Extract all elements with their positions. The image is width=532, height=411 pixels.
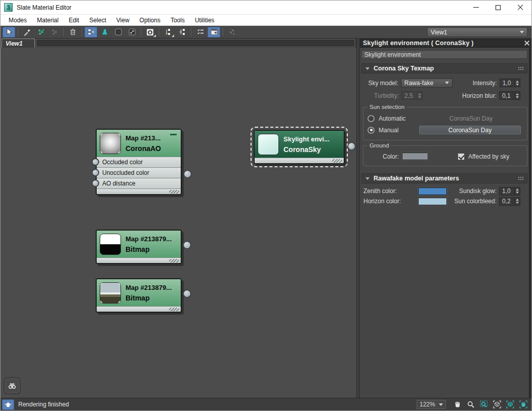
navigator-button[interactable] [4, 377, 21, 394]
manual-radio[interactable] [367, 127, 375, 134]
zoom-region-button[interactable] [478, 399, 489, 410]
output-socket[interactable] [347, 142, 356, 151]
close-button[interactable] [509, 1, 531, 14]
collapse-node-icon[interactable] [170, 134, 177, 135]
resize-grip-icon[interactable] [332, 159, 342, 163]
select-by-material-button[interactable] [226, 27, 238, 38]
spinner-arrows-icon[interactable] [514, 92, 520, 99]
minimize-button[interactable] [465, 1, 487, 14]
automatic-label: Automatic [379, 115, 419, 122]
manual-sun-value: CoronaSun Day [448, 127, 492, 134]
pan-to-selected-button[interactable] [517, 399, 529, 410]
input-socket[interactable] [92, 169, 99, 176]
rollout-grip-icon [518, 176, 523, 181]
tab-view1[interactable]: View1 [2, 39, 35, 48]
view-selector-dropdown[interactable]: View1 [427, 27, 527, 37]
node-bitmap-1[interactable]: Map #213879... Bitmap [96, 230, 182, 264]
sundisk-glow-spinner[interactable]: 1,0 [499, 187, 520, 196]
layout-all-button[interactable] [162, 27, 175, 38]
menu-options[interactable]: Options [135, 16, 166, 25]
node-thumbnail [258, 134, 279, 155]
rollout-header[interactable]: Corona Sky Texmap [361, 63, 527, 73]
resize-grip-icon[interactable] [169, 259, 179, 263]
spinner-arrows-icon[interactable] [514, 80, 520, 87]
zenith-color-swatch[interactable] [418, 188, 447, 195]
node-coronaao[interactable]: Map #213... CoronaAO Occluded color Unoc… [96, 129, 182, 195]
toolbar-separator [141, 28, 141, 36]
sky-model-label: Sky model: [362, 80, 398, 87]
put-material-button[interactable] [48, 27, 61, 38]
zoom-level-dropdown[interactable]: 122% [417, 400, 446, 409]
svg-text:O: O [148, 28, 152, 35]
layout-children-button[interactable] [176, 27, 188, 38]
maximize-icon [496, 5, 501, 10]
node-resize-strip [255, 158, 344, 163]
dark-sphere-icon [114, 28, 122, 36]
material-name-field[interactable]: Skylight environment [361, 50, 527, 59]
intensity-label: Intensity: [453, 80, 497, 87]
output-socket[interactable] [183, 170, 192, 178]
node-bitmap-2[interactable]: Map #213879... Bitmap [96, 278, 182, 313]
horizon-blur-value: 0,1 [500, 92, 514, 99]
zoom-extents-selected-icon [506, 400, 514, 408]
spinner-arrows-icon[interactable] [514, 188, 520, 195]
collapse-triangle-icon [365, 67, 370, 70]
horizon-blur-spinner[interactable]: 0,1 [499, 91, 520, 100]
node-subtitle: CoronaSky [283, 144, 330, 155]
sky-model-dropdown[interactable]: Rawa-fake [401, 79, 453, 88]
node-title: Map #213879... [126, 283, 172, 293]
panel-splitter[interactable] [356, 39, 360, 399]
parameter-editor-toggle-button[interactable] [208, 27, 220, 38]
spinner-arrows-icon[interactable] [514, 198, 520, 205]
sample-type-button[interactable]: O [144, 27, 156, 38]
output-socket[interactable] [183, 241, 191, 249]
background-checker-button[interactable] [126, 27, 138, 38]
horizon-color-swatch[interactable] [418, 198, 447, 205]
panel-close-button[interactable] [524, 41, 529, 46]
affected-by-sky-checkbox[interactable] [458, 153, 465, 160]
input-socket[interactable] [92, 179, 99, 187]
pick-material-button[interactable] [21, 27, 33, 38]
material-id-channel-button[interactable] [194, 27, 207, 38]
menu-material[interactable]: Material [32, 16, 64, 25]
zoom-tool-button[interactable] [465, 399, 476, 410]
assign-material-button[interactable] [34, 27, 47, 38]
pan-tool-button[interactable] [452, 399, 463, 410]
sundisk-glow-value: 1,0 [500, 188, 514, 195]
sun-colorbleed-spinner[interactable]: 0,2 [499, 197, 520, 206]
select-tool-button[interactable] [3, 27, 15, 38]
resize-grip-icon[interactable] [169, 190, 179, 194]
menu-utilities[interactable]: Utilities [190, 16, 220, 25]
panel-scrollbar[interactable] [529, 48, 532, 399]
rollout-header[interactable]: Rawafake model parameters [361, 173, 527, 183]
maximize-button[interactable] [487, 1, 509, 14]
menu-modes[interactable]: Modes [4, 16, 32, 25]
node-graph-canvas[interactable]: Map #213... CoronaAO Occluded color Unoc… [1, 48, 356, 399]
node-subtitle: Bitmap [126, 293, 172, 303]
trash-icon [69, 28, 77, 36]
show-background-button[interactable] [112, 27, 125, 38]
output-socket[interactable] [183, 289, 191, 298]
node-skylight[interactable]: Skylight envi... CoronaSky [254, 130, 345, 164]
render-status-button[interactable] [2, 399, 14, 410]
menu-tools[interactable]: Tools [166, 16, 190, 25]
intensity-spinner[interactable]: 1,0 [500, 79, 520, 87]
zoom-extents-selected-button[interactable] [504, 399, 516, 410]
chevron-down-icon [439, 403, 443, 406]
move-children-button[interactable] [85, 27, 97, 38]
hide-unused-nodeslots-button[interactable] [98, 27, 111, 38]
menu-view[interactable]: View [111, 16, 135, 25]
teapot-icon [4, 400, 12, 408]
ground-color-swatch[interactable] [402, 153, 428, 160]
selection-marquee: Skylight envi... CoronaSky [251, 127, 348, 167]
move-children-icon [87, 28, 95, 36]
zoom-extents-button[interactable] [491, 399, 503, 410]
menu-edit[interactable]: Edit [64, 16, 85, 25]
delete-selected-button[interactable] [66, 27, 79, 38]
window-title: Slate Material Editor [17, 4, 71, 11]
menu-select[interactable]: Select [84, 16, 111, 25]
manual-sun-button[interactable]: CoronaSun Day [419, 126, 521, 134]
resize-grip-icon[interactable] [169, 308, 179, 311]
input-socket[interactable] [92, 158, 99, 166]
automatic-radio[interactable] [367, 115, 375, 122]
